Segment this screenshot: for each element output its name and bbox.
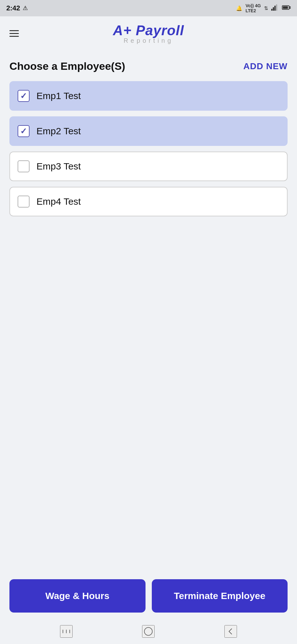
home-button[interactable] xyxy=(142,625,155,638)
wage-hours-button[interactable]: Wage & Hours xyxy=(9,579,146,613)
battery-icon xyxy=(282,5,291,12)
hamburger-line-2 xyxy=(9,33,19,34)
time-display: 2:42 xyxy=(6,4,20,12)
svg-point-11 xyxy=(145,627,152,635)
employee-item-3[interactable]: ✓ Emp3 Test xyxy=(9,152,288,181)
svg-rect-1 xyxy=(273,7,274,11)
svg-rect-3 xyxy=(276,4,277,11)
signal-text: Vo)) 4GLTE2 xyxy=(245,3,261,13)
status-time: 2:42 ⚠ xyxy=(6,4,28,12)
check-icon-2: ✓ xyxy=(20,127,27,135)
main-content: Choose a Employee(S) ADD NEW ✓ Emp1 Test… xyxy=(0,51,297,573)
alarm-icon: 🔔 xyxy=(236,5,242,11)
hamburger-button[interactable] xyxy=(9,30,19,37)
app-logo: A+ Payroll Reporting xyxy=(113,23,184,44)
terminate-employee-button[interactable]: Terminate Employee xyxy=(152,579,288,613)
page-title: Choose a Employee(S) xyxy=(9,60,125,72)
svg-rect-2 xyxy=(274,6,276,11)
employee-name-1: Emp1 Test xyxy=(36,91,81,101)
employee-name-2: Emp2 Test xyxy=(36,126,81,136)
warning-icon: ⚠ xyxy=(23,5,28,12)
signal-bars-icon xyxy=(271,4,279,12)
employee-name-3: Emp3 Test xyxy=(36,161,81,172)
hamburger-line-1 xyxy=(9,30,19,31)
status-icons: 🔔 Vo)) 4GLTE2 ⇅ xyxy=(236,3,291,13)
bottom-buttons: Wage & Hours Terminate Employee xyxy=(0,573,297,619)
employee-item-1[interactable]: ✓ Emp1 Test xyxy=(9,81,288,111)
app-header: A+ Payroll Reporting xyxy=(0,16,297,51)
logo-subtitle: Reporting xyxy=(124,37,173,44)
svg-rect-0 xyxy=(271,9,272,11)
checkbox-4[interactable]: ✓ xyxy=(18,196,30,208)
employee-name-4: Emp4 Test xyxy=(36,196,81,207)
checkbox-2[interactable]: ✓ xyxy=(18,125,30,137)
employee-item-2[interactable]: ✓ Emp2 Test xyxy=(9,116,288,146)
employee-item-4[interactable]: ✓ Emp4 Test xyxy=(9,187,288,216)
checkbox-3[interactable]: ✓ xyxy=(18,160,30,172)
recent-apps-button[interactable] xyxy=(60,625,73,638)
page-header: Choose a Employee(S) ADD NEW xyxy=(9,60,288,72)
add-new-button[interactable]: ADD NEW xyxy=(243,61,288,71)
checkbox-1[interactable]: ✓ xyxy=(18,90,30,102)
data-arrows-icon: ⇅ xyxy=(264,5,268,11)
android-nav-bar xyxy=(0,619,297,644)
logo-title: A+ Payroll xyxy=(113,23,184,38)
svg-rect-7 xyxy=(283,6,288,9)
employee-list: ✓ Emp1 Test ✓ Emp2 Test ✓ Emp3 Test ✓ Em… xyxy=(9,81,288,216)
hamburger-line-3 xyxy=(9,36,19,37)
back-button[interactable] xyxy=(224,625,237,638)
status-bar: 2:42 ⚠ 🔔 Vo)) 4GLTE2 ⇅ xyxy=(0,0,297,16)
check-icon-1: ✓ xyxy=(20,92,27,100)
